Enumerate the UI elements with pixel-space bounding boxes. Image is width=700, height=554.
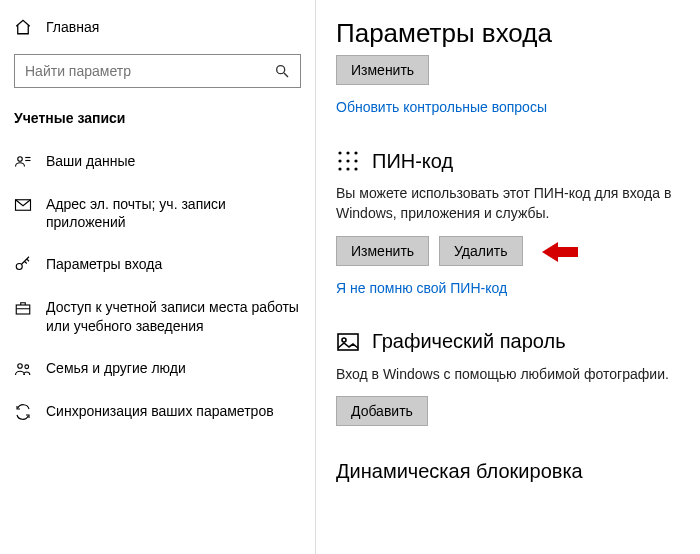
pin-remove-button[interactable]: Удалить bbox=[439, 236, 522, 266]
svg-point-10 bbox=[338, 151, 341, 154]
picture-heading: Графический пароль bbox=[372, 330, 566, 353]
sidebar-item-label: Ваши данные bbox=[46, 152, 135, 170]
pin-description: Вы можете использовать этот ПИН-код для … bbox=[336, 183, 688, 224]
svg-rect-7 bbox=[16, 305, 30, 314]
sidebar: Главная Учетные записи Ваши данные Адрес… bbox=[0, 0, 316, 554]
pin-section: ПИН-код Вы можете использовать этот ПИН-… bbox=[336, 149, 688, 310]
svg-line-1 bbox=[284, 73, 288, 77]
sidebar-item-family[interactable]: Семья и другие люди bbox=[0, 347, 315, 390]
sidebar-item-label: Параметры входа bbox=[46, 255, 162, 273]
search-icon bbox=[274, 63, 290, 79]
home-label: Главная bbox=[46, 19, 99, 35]
sidebar-item-label: Доступ к учетной записи места работы или… bbox=[46, 298, 301, 334]
home-link[interactable]: Главная bbox=[0, 10, 315, 44]
svg-point-16 bbox=[338, 167, 341, 170]
picture-description: Вход в Windows с помощью любимой фотогра… bbox=[336, 364, 688, 384]
svg-point-9 bbox=[25, 365, 29, 369]
svg-point-0 bbox=[277, 66, 285, 74]
sidebar-item-label: Семья и другие люди bbox=[46, 359, 186, 377]
svg-point-17 bbox=[346, 167, 349, 170]
sidebar-item-sync[interactable]: Синхронизация ваших параметров bbox=[0, 390, 315, 433]
main-panel: Параметры входа Изменить Обновить контро… bbox=[316, 0, 700, 554]
people-icon bbox=[14, 360, 32, 378]
svg-point-14 bbox=[346, 159, 349, 162]
section-title: Учетные записи bbox=[0, 104, 315, 140]
pin-icon bbox=[336, 149, 360, 173]
svg-point-6 bbox=[16, 264, 22, 270]
svg-marker-19 bbox=[542, 242, 578, 262]
search-input[interactable] bbox=[25, 63, 274, 79]
pin-heading: ПИН-код bbox=[372, 150, 453, 173]
svg-point-2 bbox=[18, 157, 23, 162]
change-button-top[interactable]: Изменить bbox=[336, 55, 429, 85]
sidebar-item-work[interactable]: Доступ к учетной записи места работы или… bbox=[0, 286, 315, 346]
user-icon bbox=[14, 153, 32, 171]
search-input-container[interactable] bbox=[14, 54, 301, 88]
dynamic-lock-heading: Динамическая блокировка bbox=[336, 460, 688, 483]
update-questions-link[interactable]: Обновить контрольные вопросы bbox=[336, 99, 547, 115]
sidebar-item-signin[interactable]: Параметры входа bbox=[0, 243, 315, 286]
home-icon bbox=[14, 18, 32, 36]
sync-icon bbox=[14, 403, 32, 421]
svg-point-13 bbox=[338, 159, 341, 162]
picture-password-section: Графический пароль Вход в Windows с помо… bbox=[336, 330, 688, 426]
pin-change-button[interactable]: Изменить bbox=[336, 236, 429, 266]
forgot-pin-link[interactable]: Я не помню свой ПИН-код bbox=[336, 280, 507, 296]
picture-add-button[interactable]: Добавить bbox=[336, 396, 428, 426]
svg-point-18 bbox=[354, 167, 357, 170]
briefcase-icon bbox=[14, 299, 32, 317]
red-arrow-annotation bbox=[542, 240, 578, 264]
key-icon bbox=[14, 256, 32, 274]
picture-icon bbox=[336, 330, 360, 354]
svg-point-12 bbox=[354, 151, 357, 154]
sidebar-item-your-info[interactable]: Ваши данные bbox=[0, 140, 315, 183]
svg-point-21 bbox=[342, 338, 346, 342]
page-title: Параметры входа bbox=[336, 18, 688, 49]
mail-icon bbox=[14, 196, 32, 214]
sidebar-item-label: Синхронизация ваших параметров bbox=[46, 402, 274, 420]
svg-point-15 bbox=[354, 159, 357, 162]
svg-point-8 bbox=[18, 364, 23, 369]
svg-point-11 bbox=[346, 151, 349, 154]
sidebar-item-email[interactable]: Адрес эл. почты; уч. записи приложений bbox=[0, 183, 315, 243]
sidebar-item-label: Адрес эл. почты; уч. записи приложений bbox=[46, 195, 301, 231]
svg-rect-20 bbox=[338, 334, 358, 350]
